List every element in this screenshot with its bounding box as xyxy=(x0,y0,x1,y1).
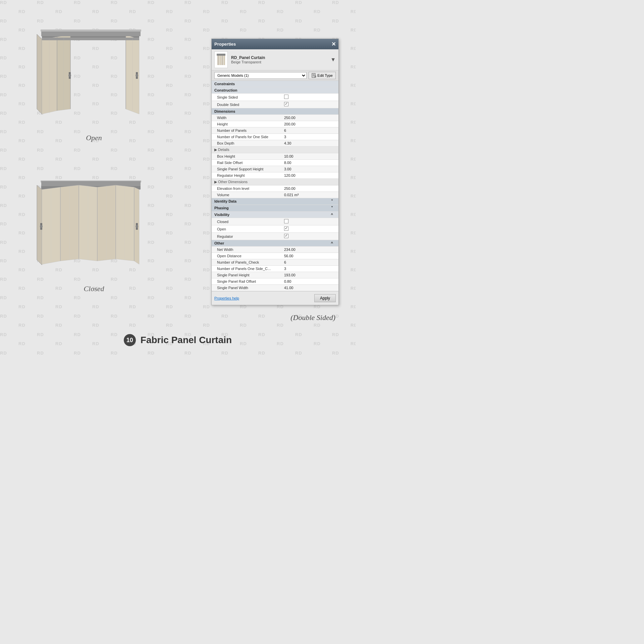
apply-button[interactable]: Apply xyxy=(314,294,336,302)
open-distance-value: 56.00 xyxy=(281,253,338,259)
open-distance-label: Open Distance xyxy=(212,253,281,259)
num-panels-one-side-value[interactable]: 3 xyxy=(281,134,338,140)
open-distance-row: Open Distance 56.00 xyxy=(212,253,338,259)
num-panels-row: Number of Panels 6 xyxy=(212,127,338,134)
svg-rect-9 xyxy=(42,38,139,40)
svg-marker-2 xyxy=(37,34,42,114)
num-panels-check-label: Number of Panels_Check xyxy=(212,259,281,266)
other-dimensions-expand-icon[interactable]: ▶ Other Dimensions xyxy=(214,180,248,184)
panel-icon xyxy=(214,51,228,68)
net-width-label: Net Width xyxy=(212,247,281,253)
dropdown-bar: Generic Models (1) Edit Type xyxy=(212,70,338,81)
closed-value xyxy=(281,218,338,225)
svg-marker-26 xyxy=(97,185,116,261)
num-panels-check-row: Number of Panels_Check 6 xyxy=(212,259,338,266)
other-expand-icon[interactable]: ^ xyxy=(331,241,333,245)
regulator-value xyxy=(281,233,338,240)
single-sided-checkbox[interactable] xyxy=(284,95,288,99)
edit-type-label: Edit Type xyxy=(317,73,333,77)
svg-rect-45 xyxy=(219,56,221,65)
height-value[interactable]: 200.00 xyxy=(281,121,338,127)
volume-row: Volume 0.021 m³ xyxy=(212,192,338,198)
svg-rect-47 xyxy=(223,56,225,65)
identity-data-header: Identity Data ˅ xyxy=(212,198,338,205)
single-panel-height-row: Single Panel Height 193.00 xyxy=(212,272,338,278)
visibility-expand-icon[interactable]: ^ xyxy=(331,213,333,217)
other-dimensions-row: ▶ Other Dimensions xyxy=(212,179,338,185)
type-selector[interactable]: Generic Models (1) xyxy=(214,72,307,79)
box-depth-value[interactable]: 4.30 xyxy=(281,140,338,147)
svg-marker-25 xyxy=(79,185,97,261)
single-sided-row: Single Sided xyxy=(212,94,338,101)
panel-footer: Properties help Apply xyxy=(212,291,338,305)
main-title: Fabric Panel Curtain xyxy=(141,335,232,345)
open-checkbox[interactable] xyxy=(284,226,288,231)
model-name: RD_Panel Curtain xyxy=(231,55,265,60)
single-panel-support-label: Single Panel Support Height xyxy=(212,166,281,172)
box-height-label: Box Height xyxy=(212,153,281,160)
single-panel-height-value: 193.00 xyxy=(281,272,338,278)
double-sided-value xyxy=(281,101,338,108)
single-panel-width-row: Single Panel Width 41.00 xyxy=(212,285,338,291)
single-panel-height-label: Single Panel Height xyxy=(212,272,281,278)
identity-data-collapse[interactable]: ˅ xyxy=(331,199,333,204)
double-sided-label: Double Sided xyxy=(212,101,281,108)
num-panels-check-value: 6 xyxy=(281,259,338,266)
elevation-value[interactable]: 250.00 xyxy=(281,185,338,192)
box-height-row: Box Height 10.00 xyxy=(212,153,338,160)
other-header: Other ^ xyxy=(212,240,338,247)
num-panels-label: Number of Panels xyxy=(212,127,281,134)
width-label: Width xyxy=(212,115,281,121)
single-panel-support-value[interactable]: 3.00 xyxy=(281,166,338,172)
single-panel-width-value: 41.00 xyxy=(281,285,338,291)
regulator-label: Regulator xyxy=(212,233,281,240)
num-panels-one-side-row: Number of Panels for One Side 3 xyxy=(212,134,338,140)
box-depth-label: Box Depth xyxy=(212,140,281,147)
regulator-height-value[interactable]: 120.00 xyxy=(281,172,338,179)
single-panel-rail-offset-label: Single Panel Rail Offset xyxy=(212,278,281,285)
regulator-height-row: Regulator Height 120.00 xyxy=(212,172,338,179)
width-row: Width 250.00 xyxy=(212,115,338,121)
svg-marker-24 xyxy=(60,185,79,261)
phasing-collapse[interactable]: ˅ xyxy=(331,206,333,210)
num-panels-value[interactable]: 6 xyxy=(281,127,338,134)
regulator-row: Regulator xyxy=(212,233,338,240)
height-label: Height xyxy=(212,121,281,127)
rail-side-offset-value[interactable]: 8.00 xyxy=(281,160,338,166)
phasing-header: Phasing ˅ xyxy=(212,205,338,212)
height-row: Height 200.00 xyxy=(212,121,338,127)
num-panels-one-side-c-label: Number of Panels One Side_C... xyxy=(212,266,281,272)
open-curtain-svg xyxy=(32,20,156,131)
net-width-row: Net Width 234.00 xyxy=(212,247,338,253)
constraints-header: Constraints xyxy=(212,81,338,87)
box-depth-row: Box Depth 4.30 xyxy=(212,140,338,147)
properties-help-link[interactable]: Properties help xyxy=(214,296,239,300)
width-value[interactable]: 250.00 xyxy=(281,115,338,121)
closed-checkbox[interactable] xyxy=(284,219,288,223)
open-label: Open xyxy=(212,225,281,233)
single-panel-width-label: Single Panel Width xyxy=(212,285,281,291)
curtain-open-illustration: Open xyxy=(27,20,161,154)
details-expand-icon[interactable]: ▶ Details xyxy=(214,148,229,152)
svg-rect-18 xyxy=(41,30,141,32)
model-subname: Beige Transparent xyxy=(231,60,265,64)
svg-point-42 xyxy=(40,225,43,228)
closed-row: Closed xyxy=(212,218,338,225)
double-sided-label: (Double Sided) xyxy=(290,313,335,322)
edit-type-button[interactable]: Edit Type xyxy=(309,72,336,79)
num-panels-one-side-c-row: Number of Panels One Side_C... 3 xyxy=(212,266,338,272)
box-height-value[interactable]: 10.00 xyxy=(281,153,338,160)
main-content: const wm = document.querySelector('.wate… xyxy=(0,0,356,356)
dimensions-header-row: Dimensions xyxy=(212,108,338,115)
panel-header: RD_Panel Curtain Beige Transparent ▼ xyxy=(212,49,338,70)
net-width-value: 234.00 xyxy=(281,247,338,253)
svg-marker-27 xyxy=(116,185,134,261)
edit-icon xyxy=(312,73,316,78)
svg-rect-43 xyxy=(217,54,225,56)
dropdown-arrow-icon[interactable]: ▼ xyxy=(330,57,336,63)
close-icon[interactable]: ✕ xyxy=(331,41,336,47)
construction-row: Construction xyxy=(212,87,338,94)
curtain-closed-illustration: Closed xyxy=(27,171,161,305)
double-sided-checkbox[interactable] xyxy=(284,102,288,106)
regulator-checkbox[interactable] xyxy=(284,234,288,238)
